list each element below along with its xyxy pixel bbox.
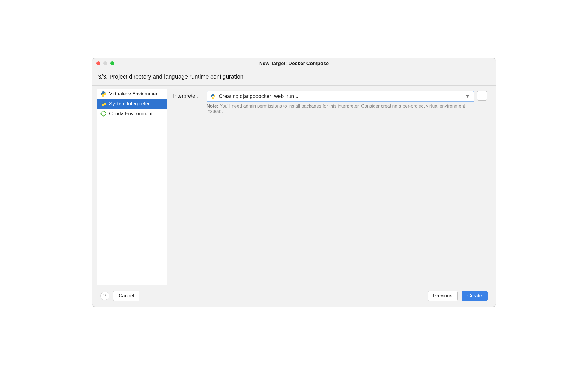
step-heading: 3/3. Project directory and language runt… (92, 69, 496, 85)
minimize-icon[interactable] (103, 61, 107, 65)
sidebar-item-label: Virtualenv Environment (109, 91, 160, 97)
main-panel: Interpreter: Creating djangodocker_web_r… (167, 86, 496, 285)
window-title: New Target: Docker Compose (259, 61, 329, 67)
dialog-body: v Virtualenv Environment System Interpre… (92, 86, 496, 285)
titlebar: New Target: Docker Compose (92, 58, 496, 69)
env-type-sidebar: v Virtualenv Environment System Interpre… (92, 86, 167, 285)
window-controls (96, 61, 114, 65)
sidebar-item-system-interpreter[interactable]: System Interpreter (97, 99, 167, 109)
previous-button[interactable]: Previous (428, 291, 458, 301)
interpreter-label: Interpreter: (173, 91, 203, 99)
cancel-button[interactable]: Cancel (113, 291, 139, 301)
sidebar-item-label: Conda Environment (109, 111, 152, 117)
help-icon: ? (103, 293, 106, 299)
sidebar-item-conda[interactable]: Conda Environment (97, 109, 167, 119)
dialog-window: New Target: Docker Compose 3/3. Project … (92, 58, 496, 307)
python-venv-icon: v (100, 91, 106, 97)
svg-point-1 (101, 111, 106, 116)
close-icon[interactable] (96, 61, 100, 65)
note-prefix: Note: (207, 104, 218, 108)
zoom-icon[interactable] (110, 61, 114, 65)
chevron-down-icon: ▼ (465, 93, 470, 99)
browse-button[interactable]: ... (477, 91, 487, 101)
conda-icon (100, 111, 106, 117)
footer: ? Cancel Previous Create (92, 285, 496, 307)
interpreter-note: Note: You'll need admin permissions to i… (207, 104, 474, 114)
sidebar-item-virtualenv[interactable]: v Virtualenv Environment (97, 89, 167, 99)
interpreter-combobox[interactable]: Creating djangodocker_web_run ... ▼ (207, 91, 474, 102)
python-sys-icon (100, 101, 106, 107)
python-icon (210, 93, 216, 99)
browse-label: ... (480, 93, 484, 99)
svg-text:v: v (105, 92, 106, 94)
create-button[interactable]: Create (462, 291, 488, 301)
sidebar-item-label: System Interpreter (109, 101, 150, 107)
help-button[interactable]: ? (100, 292, 109, 300)
note-text: You'll need admin permissions to install… (207, 104, 465, 114)
interpreter-value: Creating djangodocker_web_run ... (219, 93, 300, 99)
